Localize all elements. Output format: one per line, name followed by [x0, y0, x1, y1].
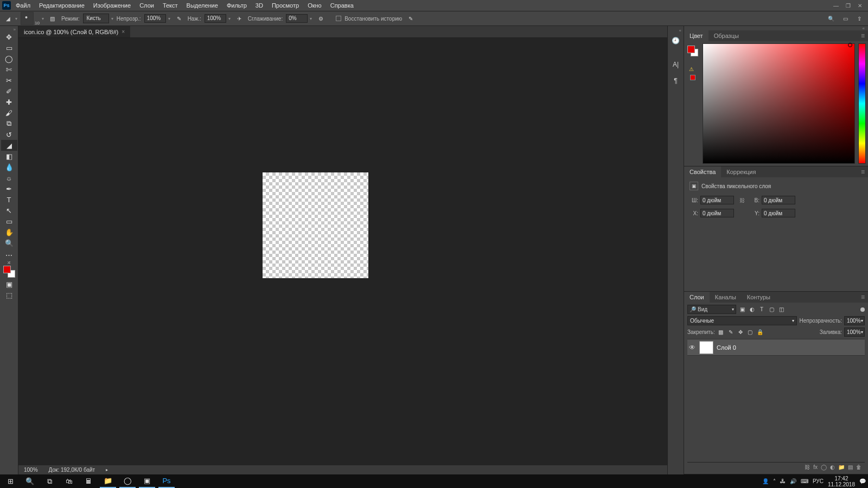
fill-input[interactable]: 100%▾ [844, 328, 865, 337]
menu-text[interactable]: Текст [159, 1, 182, 10]
clock[interactable]: 17:42 11.12.2018 [828, 476, 855, 487]
language-indicator[interactable]: РУС [813, 478, 824, 484]
tool-quick-select[interactable]: ✄ [1, 64, 17, 75]
menu-filter[interactable]: Фильтр [223, 1, 251, 10]
network-icon[interactable]: 🖧 [780, 478, 786, 484]
tab-layers[interactable]: Слои [684, 292, 710, 303]
taskview-button[interactable]: ⧉ [41, 474, 58, 488]
menu-edit[interactable]: Редактирование [35, 1, 88, 10]
lock-pixels-icon[interactable]: ✎ [727, 329, 735, 336]
tool-pen[interactable]: ✒ [1, 183, 17, 194]
brush-preset-button[interactable]: • [21, 12, 34, 25]
tool-zoom[interactable]: 🔍 [1, 237, 17, 248]
foreground-color[interactable] [3, 266, 11, 273]
filter-adjust-icon[interactable]: ◐ [748, 306, 756, 313]
tool-screen-mode[interactable]: ⬚ [1, 290, 17, 300]
layer-name-label[interactable]: Слой 0 [717, 344, 736, 351]
mode-select[interactable]: Кисть [83, 14, 109, 23]
tool-hand[interactable]: ✋ [1, 227, 17, 237]
tool-crop[interactable]: ✂ [1, 75, 17, 86]
link-wh-icon[interactable]: ⛓ [738, 197, 746, 203]
collapse-strip-icon[interactable]: « [679, 28, 681, 30]
blend-mode-select[interactable]: Обычные▾ [687, 316, 797, 325]
filter-shape-icon[interactable]: ▢ [768, 306, 775, 313]
tool-blur[interactable]: 💧 [1, 162, 17, 172]
character-panel-icon[interactable]: A| [670, 59, 682, 70]
lock-position-icon[interactable]: ✥ [737, 329, 744, 336]
tool-healing[interactable]: ✚ [1, 97, 17, 107]
layer-filter-select[interactable]: 🔎 Вид ▾ [687, 305, 736, 314]
menu-layers[interactable]: Слои [136, 1, 158, 10]
filter-smart-icon[interactable]: ◫ [777, 306, 785, 313]
maximize-button[interactable]: ❐ [843, 2, 853, 9]
fx-icon[interactable]: fx [813, 464, 818, 470]
tool-eraser[interactable]: ◢ [1, 140, 17, 151]
close-tab-icon[interactable]: × [122, 29, 125, 35]
tool-history-brush[interactable]: ↺ [1, 129, 17, 140]
layer-row[interactable]: 👁 Слой 0 [687, 339, 865, 356]
keyboard-icon[interactable]: ⌨ [801, 478, 808, 484]
filter-toggle[interactable] [860, 307, 865, 312]
share-icon[interactable]: ⇪ [854, 13, 865, 24]
menu-window[interactable]: Окно [304, 1, 326, 10]
search-button[interactable]: 🔍 [22, 474, 38, 488]
filter-pixel-icon[interactable]: ▣ [738, 306, 746, 313]
flow-input[interactable]: 100% [205, 14, 226, 23]
tab-color[interactable]: Цвет [684, 30, 709, 41]
color-field[interactable] [703, 43, 855, 164]
minimize-button[interactable]: ― [831, 2, 841, 9]
mask-icon[interactable]: ◯ [821, 464, 827, 470]
new-layer-icon[interactable]: ▤ [848, 464, 853, 470]
opacity-input[interactable]: 100% [144, 14, 166, 23]
airbrush-button[interactable]: ✈ [234, 13, 245, 24]
tool-lasso[interactable]: ◯ [1, 53, 17, 64]
gear-icon[interactable]: ⚙ [315, 13, 326, 24]
menu-file[interactable]: Файл [12, 1, 34, 10]
filter-text-icon[interactable]: T [758, 306, 765, 313]
canvas-area[interactable] [18, 38, 667, 465]
layer-opacity-input[interactable]: 100%▾ [844, 316, 865, 325]
chrome-button[interactable]: ◯ [119, 474, 136, 488]
lock-transparent-icon[interactable]: ▩ [717, 329, 725, 336]
photoshop-button[interactable]: Ps [158, 474, 175, 488]
canvas[interactable] [263, 172, 368, 278]
tab-adjustments[interactable]: Коррекция [721, 166, 761, 177]
tool-dodge[interactable]: ☼ [1, 172, 17, 183]
tool-eyedropper[interactable]: ✐ [1, 86, 17, 97]
tab-channels[interactable]: Каналы [710, 292, 742, 303]
start-button[interactable]: ⊞ [2, 474, 18, 488]
calculator-button[interactable]: 🖩 [80, 474, 97, 488]
zoom-level[interactable]: 100% [24, 467, 38, 473]
status-menu-icon[interactable]: ▸ [106, 467, 108, 472]
lock-artboard-icon[interactable]: ▢ [746, 329, 754, 336]
workspace-icon[interactable]: ▭ [840, 13, 851, 24]
smoothing-input[interactable]: 0% [286, 14, 308, 23]
store-button[interactable]: 🛍 [61, 474, 77, 488]
pressure-opacity-button[interactable]: ✎ [174, 13, 184, 24]
tool-brush[interactable]: 🖌 [1, 107, 17, 118]
layer-thumbnail[interactable] [699, 341, 713, 354]
tool-rectangle[interactable]: ▭ [1, 216, 17, 227]
menu-select[interactable]: Выделение [183, 1, 222, 10]
width-input[interactable] [700, 196, 734, 204]
tool-quickmask[interactable]: ▣ [1, 279, 17, 290]
people-icon[interactable]: 👤 [762, 478, 769, 484]
tool-gradient[interactable]: ◧ [1, 151, 17, 162]
menu-view[interactable]: Просмотр [268, 1, 303, 10]
tab-paths[interactable]: Контуры [742, 292, 776, 303]
action-center-icon[interactable]: 💬 [859, 478, 866, 484]
color-swatch[interactable] [3, 266, 15, 278]
adjustment-layer-icon[interactable]: ◐ [830, 464, 835, 470]
tab-swatches[interactable]: Образцы [709, 30, 744, 41]
search-icon[interactable]: 🔍 [826, 13, 837, 24]
closest-color-swatch[interactable] [690, 75, 695, 80]
color-panel-swatch[interactable] [687, 46, 698, 56]
tool-move[interactable]: ✥ [1, 31, 17, 42]
color-panel-menu-icon[interactable]: ≡ [858, 32, 868, 40]
tool-stamp[interactable]: ⧉ [1, 118, 17, 129]
layers-panel-menu-icon[interactable]: ≡ [858, 293, 868, 301]
menu-image[interactable]: Изображение [90, 1, 135, 10]
height-input[interactable] [762, 196, 795, 204]
tool-more[interactable]: ⋯ [1, 249, 17, 260]
menu-3d[interactable]: 3D [252, 1, 267, 10]
